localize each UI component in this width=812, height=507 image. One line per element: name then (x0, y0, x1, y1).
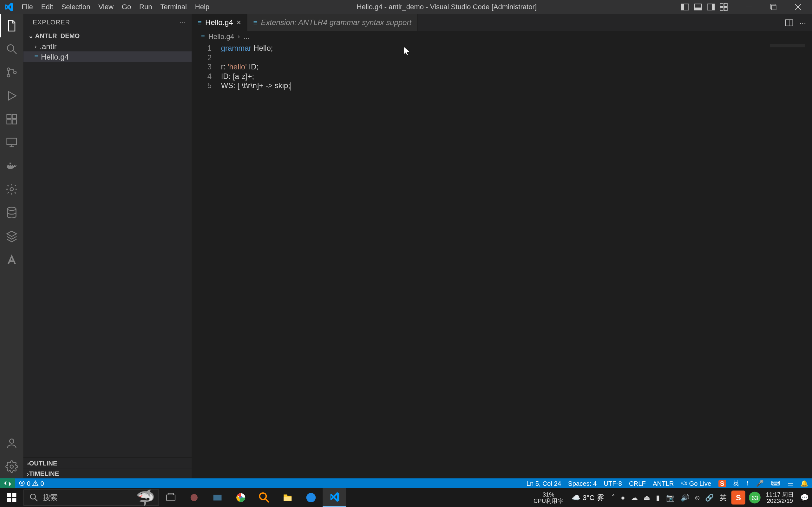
language-mode[interactable]: ANTLR (649, 480, 677, 487)
docker-icon[interactable] (0, 154, 23, 178)
action-center-icon[interactable]: 💬 (798, 488, 812, 507)
taskbar-app-recorder[interactable] (183, 488, 206, 507)
menu-selection[interactable]: Selection (57, 3, 95, 11)
weather-widget[interactable]: ☁️ 3°C 雾 (567, 493, 608, 503)
more-actions-icon[interactable]: ··· (799, 18, 806, 27)
notifications-icon[interactable]: 🔔 (797, 480, 812, 487)
menu-bar: File Edit Selection View Go Run Terminal… (17, 3, 213, 11)
go-live[interactable]: Go Live (677, 480, 715, 487)
settings-gear-icon[interactable] (0, 177, 23, 201)
tray-network-icon[interactable]: 🔗 (702, 488, 717, 507)
code-content[interactable]: grammar Hello;r: 'hello' ID;ID: [a-z]+;W… (221, 43, 812, 478)
tray-volume-icon[interactable]: 🔊 (677, 488, 692, 507)
taskbar-app-everything[interactable] (252, 488, 276, 507)
extensions-icon[interactable] (0, 107, 23, 131)
tree-file-hello-g4[interactable]: ≡ Hello.g4 (23, 51, 192, 62)
search-icon[interactable] (0, 38, 23, 61)
tray-icon-2[interactable]: ⎋ (692, 488, 702, 507)
menu-file[interactable]: File (17, 3, 37, 11)
cpu-meter[interactable]: 31% CPU利用率 (530, 491, 567, 504)
svg-rect-3 (694, 8, 702, 10)
taskbar-search[interactable]: 搜索 🦈 (23, 489, 159, 506)
menu-view[interactable]: View (94, 3, 117, 11)
task-view-icon[interactable] (159, 488, 183, 507)
close-button[interactable] (786, 0, 810, 14)
minimap[interactable] (770, 44, 805, 47)
taskbar-clock[interactable]: 11:17 周日 2023/2/19 (763, 491, 798, 504)
menu-edit[interactable]: Edit (37, 3, 57, 11)
menu-run[interactable]: Run (135, 3, 156, 11)
split-editor-icon[interactable] (785, 18, 794, 26)
run-debug-icon[interactable] (0, 84, 23, 107)
status-mic-icon[interactable]: 🎤 (752, 480, 768, 487)
code-editor[interactable]: 12345 grammar Hello;r: 'hello' ID;ID: [a… (192, 43, 812, 478)
svg-rect-45 (7, 498, 11, 502)
breadcrumb-file: Hello.g4 (208, 33, 234, 41)
system-tray: 31% CPU利用率 ☁️ 3°C 雾 ˄ ● ☁ ⏏ ▮ 📷 🔊 ⎋ 🔗 英 … (530, 488, 812, 507)
taskbar-app-generic[interactable] (206, 488, 229, 507)
remote-indicator[interactable] (0, 478, 15, 488)
tray-icon-camera[interactable]: 📷 (663, 488, 677, 507)
outline-section[interactable]: › OUTLINE (23, 457, 192, 468)
taskbar-app-blue[interactable] (299, 488, 323, 507)
tab-extension-antlr[interactable]: ≡ Extension: ANTLR4 grammar syntax suppo… (247, 14, 418, 31)
status-icon-1[interactable]: ⁞ (743, 480, 752, 487)
customize-layout-icon[interactable] (718, 2, 729, 12)
timeline-section[interactable]: › TIMELINE (23, 468, 192, 478)
folder-header[interactable]: ⌄ ANTLR_DEMO (23, 31, 192, 41)
problems-errors[interactable]: 0 0 (15, 480, 48, 487)
manage-gear-icon[interactable] (0, 455, 23, 478)
svg-point-31 (10, 187, 13, 191)
svg-rect-21 (7, 120, 11, 124)
breadcrumb[interactable]: ≡ Hello.g4 › ... (192, 31, 812, 43)
toggle-secondary-sidebar-icon[interactable] (706, 2, 716, 12)
taskbar-app-vscode[interactable] (322, 488, 346, 507)
indentation[interactable]: Spaces: 4 (565, 480, 600, 487)
svg-point-18 (7, 74, 9, 77)
taskbar-app-explorer[interactable] (276, 488, 299, 507)
explorer-icon[interactable] (0, 14, 23, 38)
svg-rect-50 (168, 493, 173, 495)
status-keyboard-icon[interactable]: ⌨ (768, 480, 784, 487)
taskbar-apps (159, 488, 346, 507)
encoding[interactable]: UTF-8 (600, 480, 625, 487)
tray-badge-63[interactable]: 63 (749, 492, 761, 504)
menu-go[interactable]: Go (118, 3, 135, 11)
remote-explorer-icon[interactable] (0, 131, 23, 154)
tray-ime-text[interactable]: 英 (717, 488, 730, 507)
tray-icon-1[interactable]: ● (618, 488, 628, 507)
svg-rect-12 (772, 5, 776, 10)
toggle-primary-sidebar-icon[interactable] (680, 2, 690, 12)
accounts-icon[interactable] (0, 432, 23, 455)
close-tab-icon[interactable]: × (237, 18, 241, 27)
menu-terminal[interactable]: Terminal (156, 3, 191, 11)
start-button[interactable] (0, 488, 23, 507)
tray-icon-battery[interactable]: ▮ (653, 488, 663, 507)
tree-folder-antlr[interactable]: › .antlr (23, 41, 192, 51)
antlr-icon[interactable] (0, 247, 23, 271)
ime-lang-status[interactable]: 英 (729, 479, 743, 488)
taskbar-app-chrome[interactable] (229, 488, 252, 507)
svg-rect-46 (12, 498, 16, 502)
sogou-ime-icon[interactable]: S (731, 491, 745, 504)
sogou-status-icon[interactable]: S (715, 480, 729, 487)
sidebar-more-icon[interactable]: ··· (180, 19, 186, 26)
tab-hello-g4[interactable]: ≡ Hello.g4 × (192, 14, 248, 31)
source-control-icon[interactable] (0, 61, 23, 84)
svg-point-41 (35, 485, 36, 485)
status-icon-2[interactable]: ☰ (784, 480, 797, 487)
menu-help[interactable]: Help (191, 3, 213, 11)
database-icon[interactable] (0, 201, 23, 224)
maximize-button[interactable] (762, 0, 785, 14)
windows-taskbar: 搜索 🦈 31% CPU利用率 ☁️ 3°C 雾 ˄ ● ☁ (0, 488, 812, 507)
svg-rect-51 (213, 495, 222, 500)
toggle-panel-icon[interactable] (693, 2, 703, 12)
eol[interactable]: CRLF (625, 480, 649, 487)
cursor-position[interactable]: Ln 5, Col 24 (523, 480, 565, 487)
tray-icon-cloud[interactable]: ☁ (628, 488, 641, 507)
minimize-button[interactable] (737, 0, 761, 14)
layers-icon[interactable] (0, 224, 23, 248)
svg-point-19 (14, 71, 16, 73)
tray-icon-usb[interactable]: ⏏ (641, 488, 653, 507)
tray-chevron-icon[interactable]: ˄ (608, 488, 618, 507)
